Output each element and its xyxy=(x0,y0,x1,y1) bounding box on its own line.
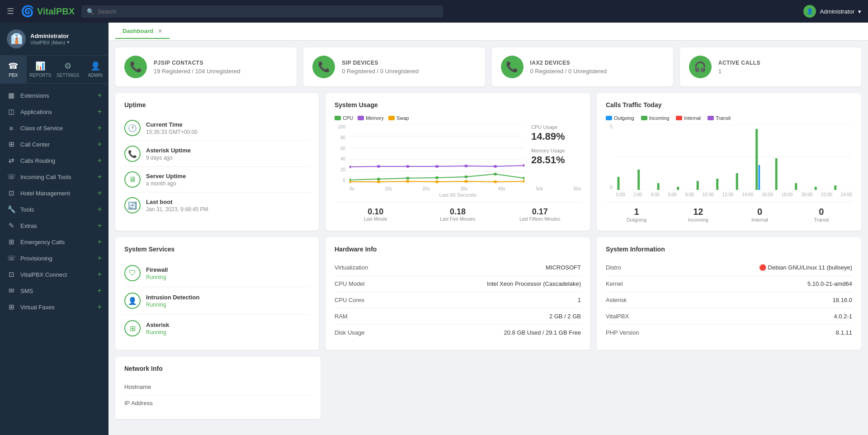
total-transit: 0 Transit xyxy=(791,207,852,222)
iax2-icon: 📞 xyxy=(501,56,524,78)
pjsip-info: PJSIP CONTACTS 19 Registered / 104 Unreg… xyxy=(154,60,241,75)
system-services-panel: System Services 🛡 Firewall Running 👤 Int… xyxy=(115,237,319,350)
firewall-icon: 🛡 xyxy=(124,265,141,281)
sidebar-item-call-center[interactable]: ⊞ Call Center + xyxy=(0,136,108,152)
calls-y-5: 5 xyxy=(606,124,613,129)
user-area[interactable]: 👤 Administrator ▾ xyxy=(803,5,861,18)
total-transit-value: 0 xyxy=(791,207,852,217)
lastboot-value: Jan 31, 2023, 9:48:45 PM xyxy=(146,206,208,213)
ram-val: 2 GB / 2 GB xyxy=(549,313,581,320)
kernel-val: 5.10.0-21-amd64 xyxy=(807,280,852,287)
tab-close-icon[interactable]: ✕ xyxy=(158,28,162,34)
sidebar-item-vitalpbx-connect[interactable]: ⊡ VitalPBX Connect + xyxy=(0,266,108,283)
x-label-0s: 0s xyxy=(349,186,354,191)
sidebar-item-label: Extras xyxy=(20,222,93,229)
calls-chart-svg xyxy=(616,124,852,190)
logo-spiral-icon: 🌀 xyxy=(21,5,34,18)
legend-transit-label: Transit xyxy=(716,115,731,121)
sidebar-item-virtual-faxes[interactable]: ⊞ Virtual Faxes + xyxy=(0,299,108,315)
sidebar-item-class-of-service[interactable]: ≡ Class of Service + xyxy=(0,120,108,136)
search-bar: 🔍 xyxy=(81,5,443,18)
hotel-icon: ⊡ xyxy=(7,189,16,197)
top-nav: ☰ 🌀 VitalPBX 🔍 👤 Administrator ▾ xyxy=(0,0,868,23)
legend-memory: Memory xyxy=(358,115,384,121)
bar-chart-wrapper: 5 0 xyxy=(606,124,852,191)
asterisk-name: Asterisk xyxy=(146,322,169,328)
svg-point-25 xyxy=(494,180,497,183)
sidebar-nav-admin[interactable]: 👤 ADMIN xyxy=(82,56,108,83)
sip-info: SIP DEVICES 0 Registered / 0 Unregistere… xyxy=(342,60,419,75)
x-label-20s: 20s xyxy=(423,186,430,191)
lastboot-icon: 🔄 xyxy=(124,197,141,213)
total-outgoing: 1 Outgoing xyxy=(606,207,667,222)
sidebar-nav-reports[interactable]: 📊 REPORTS xyxy=(27,56,54,83)
php-val: 8.1.11 xyxy=(836,329,852,336)
y-label-80: 80 xyxy=(335,135,345,140)
service-intrusion: 👤 Intrusion Detection Running xyxy=(124,287,310,315)
svg-point-14 xyxy=(377,178,381,180)
sidebar-item-calls-routing[interactable]: ⇄ Calls Routing + xyxy=(0,152,108,169)
sidebar-user-info: Administrator VitalPBX (Main) ▾ xyxy=(30,33,70,45)
active-calls-title: ACTIVE CALLS xyxy=(718,60,760,66)
sidebar-item-incoming-call-tools[interactable]: ☏ Incoming Call Tools + xyxy=(0,169,108,185)
network-info-title: Network Info xyxy=(124,365,311,372)
x-0400: 4:00 xyxy=(651,192,659,197)
x-0000: 0:00 xyxy=(616,192,625,197)
cpu-model-val: Intel Xeon Processor (Cascadelake) xyxy=(487,280,581,287)
tab-bar: Dashboard ✕ xyxy=(108,23,868,41)
sidebar-nav-settings[interactable]: ⚙ SETTINGS xyxy=(54,56,82,83)
x-1200: 12:00 xyxy=(722,192,734,197)
svg-rect-41 xyxy=(815,187,817,190)
load-15min-label: Last Fifteen Minutes xyxy=(499,217,581,222)
x-label-50s: 50s xyxy=(536,186,543,191)
active-calls-icon: 🎧 xyxy=(689,56,712,78)
incoming-icon: ☏ xyxy=(7,173,16,181)
sidebar-item-extensions[interactable]: ▦ Extensions + xyxy=(0,87,108,104)
svg-rect-42 xyxy=(834,185,836,190)
tab-dashboard-label: Dashboard xyxy=(123,28,153,34)
svg-point-12 xyxy=(523,164,524,167)
hostname-key: Hostname xyxy=(124,383,151,390)
second-row-panels: System Services 🛡 Firewall Running 👤 Int… xyxy=(115,237,861,350)
content-area: Dashboard ✕ 📞 PJSIP CONTACTS 19 Register… xyxy=(108,23,868,435)
network-info-panel: Network Info Hostname IP Address xyxy=(115,357,321,419)
uptime-item-info: Asterisk Uptime 9 days ago xyxy=(146,147,191,161)
svg-point-21 xyxy=(377,180,381,183)
hamburger-icon[interactable]: ☰ xyxy=(7,6,14,16)
sidebar-nav-icons: ☎ PBX 📊 REPORTS ⚙ SETTINGS 👤 ADMIN xyxy=(0,56,108,84)
sidebar-item-hotel-management[interactable]: ⊡ Hotel Management + xyxy=(0,185,108,201)
total-internal-label: Internal xyxy=(729,217,791,222)
system-usage-panel: System Usage CPU Memory Swap xyxy=(326,93,590,231)
sysinfo-row-kernel: Kernel 5.10.0-21-amd64 xyxy=(606,276,852,292)
service-firewall-info: Firewall Running xyxy=(146,266,168,280)
svg-point-16 xyxy=(435,176,439,179)
server-uptime-icon: 🖥 xyxy=(124,171,141,188)
main-layout: 👔 Administrator VitalPBX (Main) ▾ ☎ PBX … xyxy=(0,23,868,435)
total-internal: 0 Internal xyxy=(729,207,791,222)
sidebar-item-tools[interactable]: 🔧 Tools + xyxy=(0,201,108,218)
calls-legend: Outgoing Incoming Internal Transit xyxy=(606,115,852,121)
connect-icon: ⊡ xyxy=(7,270,16,279)
svg-rect-31 xyxy=(637,170,640,190)
sidebar-item-provisioning[interactable]: ☏ Provisioning + xyxy=(0,250,108,266)
search-input[interactable] xyxy=(98,8,438,15)
tab-dashboard[interactable]: Dashboard ✕ xyxy=(115,24,170,39)
stat-card-active-calls: 🎧 ACTIVE CALLS 1 xyxy=(680,47,861,86)
outgoing-swatch xyxy=(606,116,612,120)
sidebar-nav-pbx[interactable]: ☎ PBX xyxy=(0,56,27,83)
legend-cpu: CPU xyxy=(335,115,353,121)
current-time-label: Current Time xyxy=(146,121,198,128)
distro-val: 🔴 Debian GNU/Linux 11 (bullseye) xyxy=(759,264,852,271)
plus-icon: + xyxy=(98,140,102,148)
usage-stats-right: CPU Usage 14.89% Memory Usage 28.51% xyxy=(527,124,581,184)
uptime-item-lastboot: 🔄 Last boot Jan 31, 2023, 9:48:45 PM xyxy=(124,193,310,218)
nav-pbx-label: PBX xyxy=(9,73,18,78)
sidebar-item-sms[interactable]: ✉ SMS + xyxy=(0,283,108,299)
current-time-value: 15:35:33 GMT+00:00 xyxy=(146,129,198,135)
callcenter-icon: ⊞ xyxy=(7,140,16,148)
sidebar-item-extras[interactable]: ✎ Extras + xyxy=(0,218,108,234)
sidebar-menu: ▦ Extensions + ◫ Applications + ≡ Class … xyxy=(0,84,108,435)
sidebar-item-emergency-calls[interactable]: ⊞ Emergency Calls + xyxy=(0,234,108,250)
sidebar-item-applications[interactable]: ◫ Applications + xyxy=(0,104,108,120)
applications-icon: ◫ xyxy=(7,108,16,116)
